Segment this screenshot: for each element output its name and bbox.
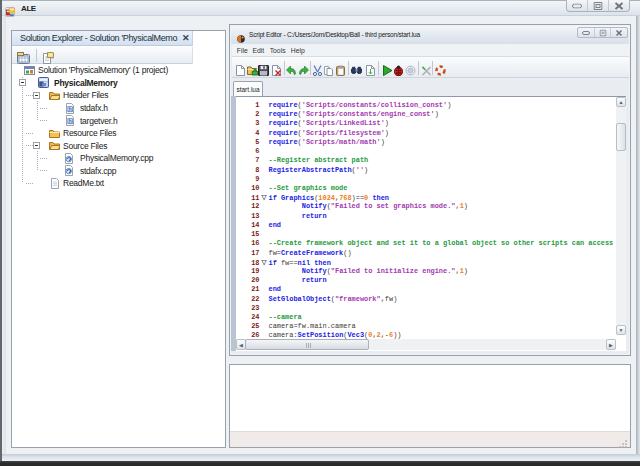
svg-text:h: h [69,106,72,111]
svg-text:h: h [69,119,72,124]
